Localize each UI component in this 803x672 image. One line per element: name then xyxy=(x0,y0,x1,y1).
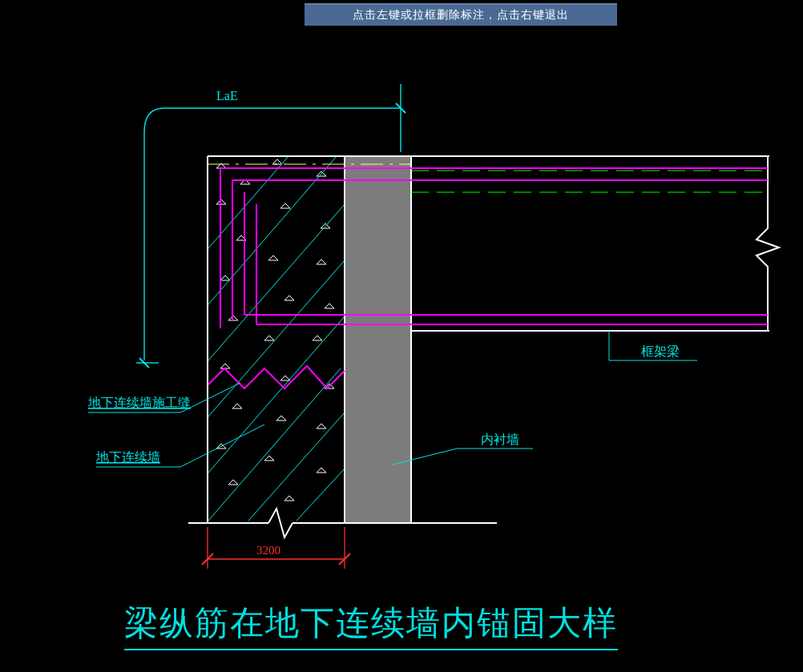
wall-hatch xyxy=(208,156,345,521)
svg-line-35 xyxy=(180,425,264,467)
svg-line-4 xyxy=(208,316,345,473)
rebar-zone xyxy=(411,171,768,192)
svg-line-1 xyxy=(208,156,337,304)
label-beam: 框架梁 xyxy=(641,344,680,358)
construction-joint-line xyxy=(208,366,345,388)
lae-label: LaE xyxy=(216,89,238,103)
drawing-title-text: 梁纵筋在地下连续墙内锚固大样 xyxy=(124,605,618,642)
svg-line-5 xyxy=(208,368,341,521)
drawing-title: 梁纵筋在地下连续墙内锚固大样 xyxy=(124,601,618,650)
svg-line-3 xyxy=(208,260,345,416)
leader-inner-wall xyxy=(393,449,533,465)
dim-3200-value: 3200 xyxy=(256,544,280,557)
svg-line-7 xyxy=(297,469,345,521)
structure-outline xyxy=(188,156,779,537)
inner-lining-wall xyxy=(345,156,411,523)
svg-line-6 xyxy=(248,412,345,521)
label-inner-wall: 内衬墙 xyxy=(481,433,519,446)
cad-canvas[interactable]: LaE 地下连续墙施工缝 地下连续墙 内衬墙 框架梁 3200 xyxy=(0,24,803,672)
label-joint: 地下连续墙施工缝 xyxy=(87,396,191,409)
centerlines xyxy=(207,164,768,315)
hint-tooltip: 点击左键或拉框删除标注，点击右键退出 xyxy=(305,5,617,26)
svg-line-2 xyxy=(208,204,345,360)
label-wall: 地下连续墙 xyxy=(95,450,160,464)
hint-tooltip-text: 点击左键或拉框删除标注，点击右键退出 xyxy=(353,9,569,21)
